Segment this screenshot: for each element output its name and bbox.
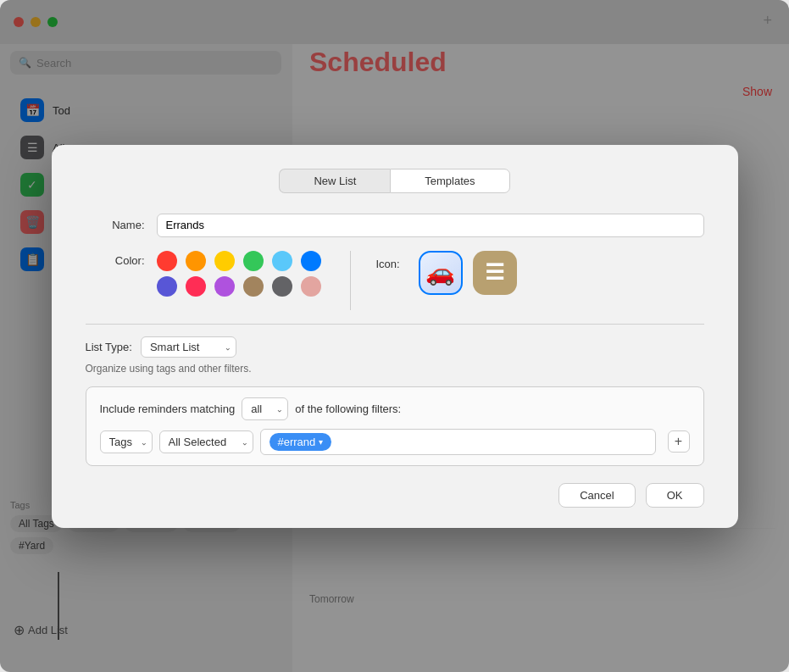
- color-teal[interactable]: [272, 251, 292, 271]
- ok-button[interactable]: OK: [646, 483, 704, 508]
- color-icon-divider: [350, 251, 351, 310]
- color-purple[interactable]: [214, 276, 235, 297]
- filter-row: Tags All Selected Any Selected #errand ▾…: [100, 429, 690, 455]
- color-green[interactable]: [243, 251, 264, 271]
- color-red[interactable]: [157, 251, 177, 271]
- tab-templates[interactable]: Templates: [390, 169, 509, 193]
- separator: [86, 324, 704, 325]
- icon-section: Icon: 🚗 ☰: [376, 251, 517, 295]
- filter-tags-area: #errand ▾: [260, 429, 656, 455]
- color-yellow[interactable]: [214, 251, 235, 271]
- tag-chip-label: #errand: [278, 436, 316, 448]
- list-type-select[interactable]: Smart List Standard List: [141, 336, 236, 358]
- color-brown[interactable]: [243, 276, 264, 297]
- matching-select[interactable]: all any: [242, 397, 288, 420]
- color-icon-row: Color: Icon: 🚗: [86, 251, 704, 310]
- add-filter-button[interactable]: +: [668, 430, 690, 453]
- tag-chip-errand[interactable]: #errand ▾: [269, 433, 332, 451]
- dialog-tabs: New List Templates: [86, 169, 704, 193]
- following-filters-label: of the following filters:: [295, 403, 401, 415]
- callout-annotation: 「智慧型列表」過濾條件: [47, 646, 196, 664]
- color-gray[interactable]: [272, 276, 292, 297]
- name-row: Name:: [86, 214, 704, 237]
- new-list-dialog: New List Templates Name: Color:: [52, 145, 738, 528]
- list-type-label: List Type:: [86, 341, 132, 353]
- color-picker: [157, 251, 325, 297]
- color-pink[interactable]: [186, 276, 206, 297]
- matching-select-wrapper: all any: [242, 397, 288, 420]
- include-section: Include reminders matching all any of th…: [86, 386, 704, 466]
- icon-label: Icon:: [376, 258, 400, 270]
- color-pink-light[interactable]: [301, 276, 321, 297]
- include-row: Include reminders matching all any of th…: [100, 397, 690, 420]
- icon-list[interactable]: ☰: [473, 251, 517, 295]
- all-selected-select[interactable]: All Selected Any Selected: [159, 430, 253, 453]
- color-orange[interactable]: [186, 251, 206, 271]
- color-blue[interactable]: [301, 251, 321, 271]
- tag-chip-arrow-icon: ▾: [319, 437, 323, 447]
- list-type-row: List Type: Smart List Standard List: [86, 336, 704, 358]
- color-label: Color:: [86, 254, 145, 267]
- name-label: Name:: [86, 219, 145, 231]
- smart-list-desc: Organize using tags and other filters.: [86, 363, 704, 375]
- color-purple-dark[interactable]: [157, 276, 177, 297]
- include-label: Include reminders matching: [100, 403, 236, 415]
- tags-select-wrapper: Tags: [100, 430, 153, 453]
- callout-line: [58, 572, 59, 640]
- all-selected-select-wrapper: All Selected Any Selected: [159, 430, 253, 453]
- cancel-button[interactable]: Cancel: [558, 483, 635, 508]
- name-input[interactable]: [157, 214, 704, 237]
- tab-new-list[interactable]: New List: [279, 169, 390, 193]
- tags-select[interactable]: Tags: [100, 430, 153, 453]
- dialog-footer: Cancel OK: [86, 483, 704, 508]
- icon-car[interactable]: 🚗: [419, 251, 463, 295]
- dialog-overlay: New List Templates Name: Color:: [0, 0, 789, 672]
- list-type-select-wrapper: Smart List Standard List: [141, 336, 236, 358]
